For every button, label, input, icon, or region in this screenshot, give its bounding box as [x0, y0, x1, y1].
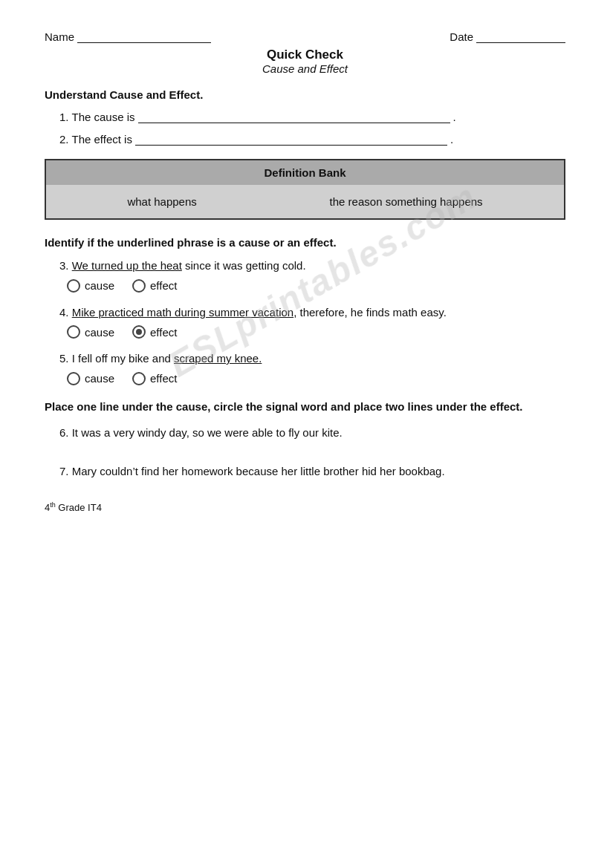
s7-text: Mary couldn’t find her homework because … — [72, 465, 445, 477]
definition-bank: Definition Bank what happens the reason … — [45, 159, 565, 220]
q4-cause-radio[interactable] — [67, 325, 80, 339]
question-3: 3. We turned up the heat since it was ge… — [45, 258, 565, 293]
q4-cause-label: cause — [85, 326, 114, 339]
section3: Place one line under the cause, circle t… — [45, 399, 565, 481]
footer-text: 4th Grade IT4 — [45, 502, 102, 513]
q5-underlined: scraped my knee. — [174, 352, 262, 365]
q5-number: 5. — [59, 352, 72, 365]
q3-text: 3. We turned up the heat since it was ge… — [59, 258, 565, 275]
question-4: 4. Mike practiced math during summer vac… — [45, 304, 565, 339]
section2: Identify if the underlined phrase is a c… — [45, 236, 565, 385]
q5-before: I fell off my bike and — [72, 352, 174, 365]
q3-radio-row: cause effect — [59, 279, 565, 293]
section1: Understand Cause and Effect. 1. The caus… — [45, 88, 565, 146]
main-title: Quick Check — [45, 48, 565, 62]
q3-effect-option[interactable]: effect — [132, 279, 177, 293]
list-item: 2. The effect is . — [59, 132, 565, 146]
s6-text: It was a very windy day, so we were able… — [72, 426, 343, 439]
q5-cause-label: cause — [85, 372, 114, 385]
q4-cause-option[interactable]: cause — [67, 325, 114, 339]
q5-text: 5. I fell off my bike and scraped my kne… — [59, 350, 565, 368]
def-bank-header: Definition Bank — [46, 160, 564, 185]
footer: 4th Grade IT4 — [45, 501, 565, 513]
effect-answer-line[interactable] — [135, 132, 447, 146]
period: . — [450, 133, 453, 146]
q4-rest: , therefore, he finds math easy. — [293, 306, 447, 319]
title-block: Quick Check Cause and Effect — [45, 48, 565, 75]
header-row: Name Date — [45, 30, 565, 43]
item-text: The cause is — [72, 111, 135, 123]
sentence-7: 7. Mary couldn’t find her homework becau… — [45, 463, 565, 480]
q3-effect-radio[interactable] — [132, 279, 146, 293]
q3-rest: since it was getting cold. — [182, 259, 306, 272]
question-5: 5. I fell off my bike and scraped my kne… — [45, 350, 565, 385]
sentence-6: 6. It was a very windy day, so we were a… — [45, 424, 565, 442]
item-text: The effect is — [72, 133, 132, 146]
q3-number: 3. — [59, 259, 72, 272]
q5-cause-option[interactable]: cause — [67, 372, 114, 385]
sub-title: Cause and Effect — [45, 62, 565, 75]
q4-effect-label: effect — [150, 326, 177, 339]
q3-underlined: We turned up the heat — [72, 259, 182, 272]
q3-effect-label: effect — [150, 279, 177, 292]
def-item-1: what happens — [127, 195, 196, 208]
section1-heading: Understand Cause and Effect. — [45, 88, 565, 101]
q3-cause-option[interactable]: cause — [67, 279, 114, 293]
s6-number: 6. — [59, 426, 72, 439]
q4-number: 4. — [59, 306, 72, 319]
date-underline[interactable] — [476, 30, 565, 43]
date-field: Date — [450, 30, 565, 43]
name-underline[interactable] — [77, 30, 211, 43]
q3-cause-radio[interactable] — [67, 279, 80, 293]
period: . — [453, 111, 456, 123]
def-bank-body: what happens the reason something happen… — [46, 185, 564, 218]
def-item-2: the reason something happens — [330, 195, 483, 208]
q4-effect-option[interactable]: effect — [132, 325, 177, 339]
q3-cause-label: cause — [85, 279, 114, 292]
cause-answer-line[interactable] — [138, 110, 450, 123]
section1-list: 1. The cause is . 2. The effect is . — [45, 110, 565, 146]
section3-heading: Place one line under the cause, circle t… — [45, 399, 565, 416]
q5-effect-radio[interactable] — [132, 372, 146, 385]
date-label: Date — [450, 30, 473, 43]
section2-heading: Identify if the underlined phrase is a c… — [45, 236, 565, 249]
footer-sup: th — [50, 501, 56, 509]
item-number: 1. — [59, 111, 69, 123]
q4-effect-radio[interactable] — [132, 325, 146, 339]
q5-effect-label: effect — [150, 372, 177, 385]
q5-radio-row: cause effect — [59, 372, 565, 385]
list-item: 1. The cause is . — [59, 110, 565, 123]
name-label: Name — [45, 30, 74, 43]
item-number: 2. — [59, 133, 69, 146]
q5-effect-option[interactable]: effect — [132, 372, 177, 385]
q4-underlined: Mike practiced math during summer vacati… — [72, 306, 293, 319]
q5-cause-radio[interactable] — [67, 372, 80, 385]
name-field: Name — [45, 30, 211, 43]
q4-radio-row: cause effect — [59, 325, 565, 339]
q4-text: 4. Mike practiced math during summer vac… — [59, 304, 565, 322]
s7-number: 7. — [59, 465, 72, 477]
